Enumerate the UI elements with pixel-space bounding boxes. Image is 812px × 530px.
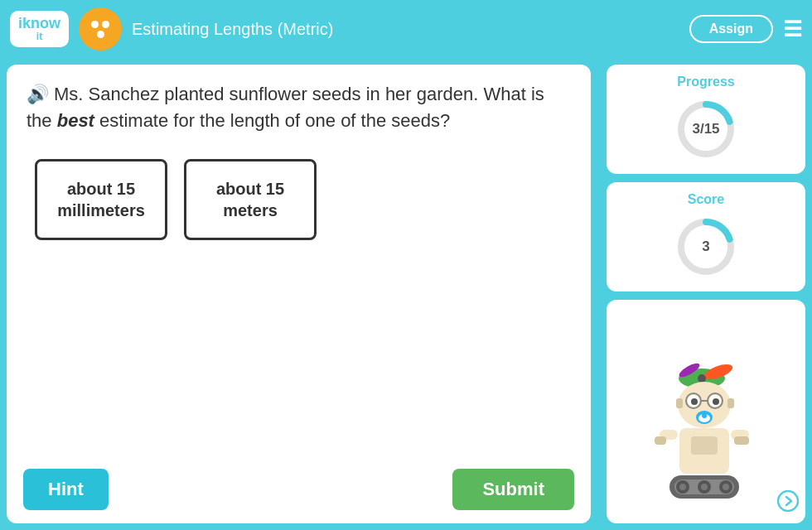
score-donut: 3 [673,214,739,280]
svg-rect-24 [655,436,666,445]
svg-rect-26 [734,436,749,445]
progress-value: 3/15 [692,121,719,137]
question-text: 🔊Ms. Sanchez planted sunflower seeds in … [27,81,571,134]
choice-millimeters[interactable]: about 15millimeters [35,159,167,240]
svg-rect-22 [691,436,718,455]
robot-character [607,300,805,523]
assign-button[interactable]: Assign [689,15,773,43]
svg-point-6 [698,374,706,383]
right-panel: Progress 3/15 Score 3 [607,65,805,523]
activity-icon [79,7,122,51]
choice-meters[interactable]: about 15meters [184,159,317,240]
score-value: 3 [702,238,709,255]
question-part2: estimate for the length of one of the se… [94,110,450,131]
app-header: iknow it Estimating Lengths (Metric) Ass… [0,0,812,58]
svg-point-34 [723,484,729,490]
logo-subtext: it [36,31,42,42]
score-label: Score [688,192,724,207]
question-italic: best [57,110,94,131]
submit-button[interactable]: Submit [452,469,574,510]
progress-donut: 3/15 [673,96,739,162]
svg-point-33 [701,484,708,490]
answer-choices: about 15millimeters about 15meters [35,159,571,240]
svg-point-12 [713,398,719,405]
nav-arrow-button[interactable] [777,490,799,517]
score-card: Score 3 [607,182,805,292]
menu-button[interactable]: ☰ [783,18,802,40]
character-panel [607,300,805,523]
activity-title: Estimating Lengths (Metric) [132,20,679,39]
speaker-icon[interactable]: 🔊 [27,84,49,104]
main-area: 🔊Ms. Sanchez planted sunflower seeds in … [0,58,812,530]
progress-card: Progress 3/15 [607,65,805,174]
logo-text: iknow [18,16,60,32]
svg-point-11 [691,398,698,405]
svg-rect-20 [727,398,734,408]
logo: iknow it [10,11,69,48]
question-panel: 🔊Ms. Sanchez planted sunflower seeds in … [7,65,591,523]
hint-button[interactable]: Hint [23,469,109,510]
dots-icon [91,21,109,38]
svg-rect-19 [676,398,683,408]
progress-label: Progress [677,75,734,89]
bottom-bar: Hint Submit [23,469,574,510]
svg-point-35 [778,491,798,511]
svg-point-32 [679,484,686,490]
panel-divider [597,65,600,523]
svg-point-18 [702,413,707,418]
